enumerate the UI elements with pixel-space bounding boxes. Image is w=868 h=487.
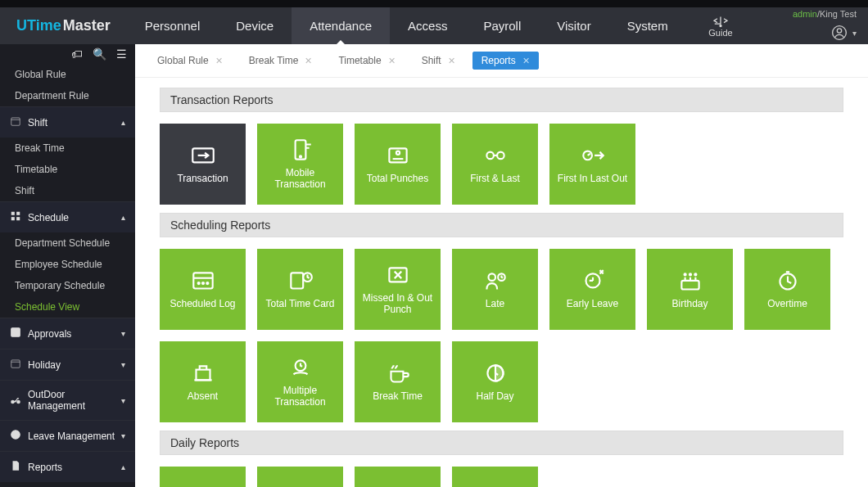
tab-timetable[interactable]: Timetable✕ — [329, 52, 404, 70]
svg-rect-8 — [16, 217, 20, 220]
early-icon — [579, 269, 607, 292]
svg-point-17 — [299, 156, 301, 158]
top-strip — [0, 0, 868, 7]
tile-label: Mobile Transaction — [260, 168, 340, 189]
check-icon — [10, 327, 21, 340]
sidebar-item-schedule-view[interactable]: Schedule View — [0, 296, 135, 318]
tile-total-time-card[interactable]: Total Time Card — [257, 249, 343, 330]
search-icon[interactable]: 🔍 — [93, 47, 106, 61]
tile-daily-summary[interactable]: Daily Summary — [355, 467, 441, 487]
sidebar-section-schedule[interactable]: Schedule▴ — [0, 201, 135, 232]
svg-rect-6 — [16, 212, 20, 215]
sidebar-item-employee-schedule[interactable]: Employee Schedule — [0, 254, 135, 275]
tile-transaction[interactable]: Transaction — [160, 124, 246, 205]
svg-point-2 — [837, 29, 841, 33]
user-menu[interactable]: ▾ — [831, 25, 857, 41]
nav-item-visitor[interactable]: Visitor — [539, 7, 608, 44]
sidebar-item-timetable[interactable]: Timetable — [0, 159, 135, 180]
calendar-icon — [10, 115, 21, 129]
tile-absent[interactable]: Absent — [160, 341, 246, 422]
tile-label: Transaction — [177, 174, 228, 184]
nav-item-device[interactable]: Device — [218, 7, 292, 44]
tile-overtime[interactable]: Overtime — [744, 249, 830, 330]
tab-reports[interactable]: Reports✕ — [472, 52, 539, 70]
sidebar-item-department-rule[interactable]: Department Rule — [0, 85, 135, 106]
svg-rect-3 — [11, 118, 20, 125]
grid-icon — [10, 210, 21, 224]
close-icon[interactable]: ✕ — [388, 56, 396, 66]
sidebar-section-label: Reports — [28, 462, 62, 473]
tab-shift[interactable]: Shift✕ — [413, 52, 464, 70]
tile-birthday[interactable]: Birthday — [647, 249, 733, 330]
tab-break-time[interactable]: Break Time✕ — [240, 52, 322, 70]
nav-item-payroll[interactable]: Payroll — [465, 7, 539, 44]
tile-break-time[interactable]: Break Time — [355, 341, 441, 422]
svg-point-21 — [497, 152, 504, 160]
sidebar-section-outdoor-management[interactable]: OutDoor Management▾ — [0, 380, 135, 420]
close-icon[interactable]: ✕ — [215, 56, 223, 66]
svg-rect-10 — [11, 360, 20, 368]
tile-daily-details[interactable]: Daily Details — [257, 467, 343, 487]
tile-scheduled-log[interactable]: Scheduled Log — [160, 249, 246, 330]
report-scroll[interactable]: Transaction ReportsTransactionMobile Tra… — [135, 78, 868, 487]
svg-rect-7 — [11, 217, 15, 220]
tile-daily-attendance[interactable]: Daily Attendance — [160, 467, 246, 487]
sidebar-section-leave-management[interactable]: Leave Management▾ — [0, 420, 135, 451]
nav-item-access[interactable]: Access — [390, 7, 465, 44]
guide-button[interactable]: Guide — [696, 7, 745, 44]
tab-label: Global Rule — [157, 55, 209, 66]
sidebar-item-global-rule[interactable]: Global Rule — [0, 64, 135, 85]
tile-total-punches[interactable]: Total Punches — [355, 124, 441, 205]
tile-multiple-transaction[interactable]: Multiple Transaction — [257, 341, 343, 422]
tile-label: First In Last Out — [558, 174, 627, 184]
nav-item-system[interactable]: System — [609, 7, 686, 44]
tile-label: Late — [486, 299, 504, 309]
sidebar-section-reports[interactable]: Reports▴ — [0, 451, 135, 482]
sidebar-section-approvals[interactable]: Approvals▾ — [0, 318, 135, 349]
top-nav: UTime Master PersonnelDeviceAttendanceAc… — [0, 7, 868, 44]
close-icon[interactable]: ✕ — [448, 56, 455, 66]
close-icon[interactable]: ✕ — [305, 56, 312, 66]
app-logo: UTime Master — [0, 17, 127, 34]
late-icon — [481, 269, 509, 292]
mobile-icon — [287, 138, 314, 161]
chevron-up-icon: ▴ — [121, 118, 125, 127]
tile-mobile-transaction[interactable]: Mobile Transaction — [257, 124, 343, 205]
svg-rect-5 — [11, 212, 15, 215]
tile-first-in-last-out[interactable]: First In Last Out — [549, 124, 635, 205]
sidebar-item-shift[interactable]: Shift — [0, 180, 135, 201]
tile-daily-status[interactable]: Daily Status — [452, 467, 538, 487]
guide-icon — [712, 15, 729, 28]
tile-label: Total Punches — [367, 174, 428, 184]
sidebar-section-shift[interactable]: Shift▴ — [0, 106, 135, 138]
tile-label: Break Time — [373, 391, 423, 402]
timecard-icon — [287, 269, 314, 292]
svg-rect-39 — [196, 370, 210, 381]
tab-global-rule[interactable]: Global Rule✕ — [148, 52, 232, 70]
tile-early-leave[interactable]: Early Leave — [549, 249, 635, 330]
tile-missed-in-out-punch[interactable]: Missed In & Out Punch — [355, 249, 441, 330]
tile-first-last[interactable]: First & Last — [452, 124, 538, 205]
sidebar-tools: 🏷 🔍 ☰ — [0, 44, 135, 64]
tab-bar: Global Rule✕Break Time✕Timetable✕Shift✕R… — [135, 44, 868, 78]
firstlast-icon — [481, 144, 509, 167]
tile-half-day[interactable]: Half Day — [452, 341, 538, 422]
nav-item-personnel[interactable]: Personnel — [127, 7, 219, 44]
nav-item-attendance[interactable]: Attendance — [292, 7, 390, 44]
sidebar-section-label: Approvals — [28, 328, 71, 340]
tag-icon[interactable]: 🏷 — [71, 47, 83, 61]
group-title-daily-reports: Daily Reports — [160, 431, 843, 455]
close-icon[interactable]: ✕ — [522, 56, 530, 66]
sidebar-section-holiday[interactable]: Holiday▾ — [0, 349, 135, 380]
missed-icon — [384, 264, 412, 286]
sidebar-item-department-schedule[interactable]: Department Schedule — [0, 232, 135, 254]
svg-point-35 — [684, 273, 685, 275]
sidebar-item-calculate[interactable]: Calculate — [0, 482, 135, 487]
list-icon[interactable]: ☰ — [116, 47, 127, 61]
sidebar-item-break-time[interactable]: Break Time — [0, 138, 135, 159]
tile-label: Early Leave — [567, 299, 618, 309]
sidebar-item-temporary-schedule[interactable]: Temporary Schedule — [0, 275, 135, 296]
tile-label: Overtime — [767, 299, 807, 309]
tile-row: Scheduled LogTotal Time CardMissed In & … — [160, 237, 843, 427]
tile-late[interactable]: Late — [452, 249, 538, 330]
